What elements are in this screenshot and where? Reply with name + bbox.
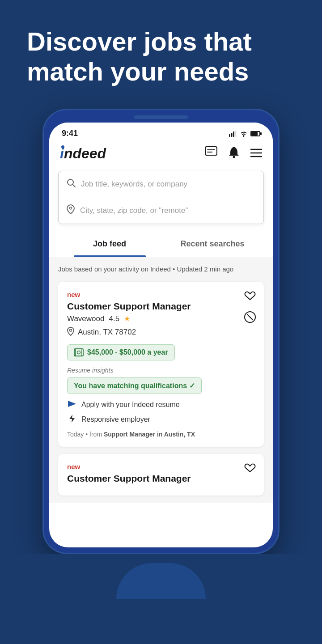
notifications-icon[interactable] (228, 146, 240, 161)
apply-icon-1 (67, 400, 77, 410)
phone-frame: 9:41 (42, 109, 280, 554)
company-name-1: Wavewood (67, 314, 104, 323)
svg-marker-22 (69, 415, 75, 423)
bottom-section (0, 554, 322, 599)
svg-rect-0 (229, 134, 230, 137)
hero-section: Discover jobs that match your needs (0, 0, 322, 86)
battery-icon (250, 131, 260, 136)
job-title-1: Customer Support Manager (67, 301, 255, 312)
logo-i-letter: i (60, 145, 64, 162)
phone-screen: 9:41 (49, 123, 273, 547)
star-icon-1: ★ (124, 314, 130, 323)
save-job-button[interactable] (244, 290, 256, 303)
salary-badge-1: $45,000 - $50,000 a year (67, 344, 175, 360)
job-card-1: new Customer Support Manager Wavewood 4.… (58, 282, 264, 447)
tab-job-feed[interactable]: Job feed (58, 231, 161, 257)
job-title-2: Customer Support Manager (67, 473, 255, 484)
location-search-row[interactable]: City, state, zip code, or "remote" (59, 197, 263, 224)
dismiss-job-button[interactable] (244, 311, 256, 325)
lightning-icon-1 (67, 414, 77, 425)
search-icon (67, 178, 76, 190)
card-actions-1 (244, 290, 256, 325)
matching-badge-1: You have matching qualifications ✓ (67, 377, 202, 394)
save-job-button-2[interactable] (244, 467, 256, 475)
signal-icon (229, 131, 237, 137)
svg-point-18 (77, 351, 80, 354)
svg-rect-2 (233, 131, 234, 137)
location-pin-icon-1 (67, 327, 74, 338)
feed-description: Jobs based on your activity on Indeed • … (58, 264, 264, 275)
card-actions-2 (244, 462, 256, 475)
apply-text-1: Apply with your Indeed resume (81, 401, 180, 409)
location-search-input[interactable]: City, state, zip code, or "remote" (80, 206, 188, 215)
svg-rect-1 (231, 133, 233, 137)
salary-text-1: $45,000 - $50,000 a year (87, 348, 168, 356)
hero-title: Discover jobs that match your needs (27, 27, 295, 86)
company-rating-1: 4.5 (109, 314, 119, 323)
search-box: Job title, keywords, or company City, st… (58, 171, 264, 224)
status-icons (229, 131, 260, 137)
tab-recent-searches[interactable]: Recent searches (161, 231, 264, 257)
responsive-row-1: Responsive employer (67, 414, 255, 425)
apply-row-1: Apply with your Indeed resume (67, 400, 255, 410)
menu-icon[interactable] (250, 147, 262, 161)
company-row-1: Wavewood 4.5 ★ (67, 314, 255, 323)
status-time: 9:41 (62, 129, 78, 138)
location-text-1: Austin, TX 78702 (78, 328, 136, 337)
phone-wrapper: 9:41 (0, 104, 322, 554)
feed-section: Jobs based on your activity on Indeed • … (49, 257, 273, 503)
svg-rect-3 (235, 131, 237, 137)
job-search-row[interactable]: Job title, keywords, or company (59, 171, 263, 197)
wifi-icon (240, 131, 248, 137)
card-footer-1: Today • from Support Manager in Austin, … (67, 431, 255, 438)
tabs-section: Job feed Recent searches (49, 231, 273, 257)
phone-notch (134, 115, 188, 119)
svg-rect-4 (205, 147, 217, 155)
location-row-1: Austin, TX 78702 (67, 327, 255, 338)
job-search-input[interactable]: Job title, keywords, or company (81, 180, 187, 189)
bottom-decoration (116, 563, 206, 599)
logo-text: ndeed (64, 145, 106, 162)
search-section: Job title, keywords, or company City, st… (49, 169, 273, 231)
location-icon (67, 204, 75, 216)
badge-new-2: new (67, 463, 255, 470)
svg-point-13 (70, 207, 72, 209)
resume-insights-label-1: Resume insights (67, 367, 255, 374)
responsive-text-1: Responsive employer (81, 415, 150, 424)
svg-line-12 (73, 185, 76, 187)
svg-line-15 (247, 314, 253, 320)
svg-point-16 (70, 329, 72, 331)
svg-point-7 (233, 156, 235, 158)
app-header: i ndeed (49, 142, 273, 169)
header-icons (205, 146, 262, 161)
footer-search-1: Support Manager in Austin, TX (104, 431, 195, 438)
indeed-logo: i ndeed (60, 145, 106, 162)
job-card-2: new Customer Support Manager (58, 454, 264, 496)
svg-marker-21 (68, 401, 76, 407)
status-bar: 9:41 (49, 123, 273, 142)
messages-icon[interactable] (205, 146, 217, 161)
badge-new-1: new (67, 291, 255, 298)
